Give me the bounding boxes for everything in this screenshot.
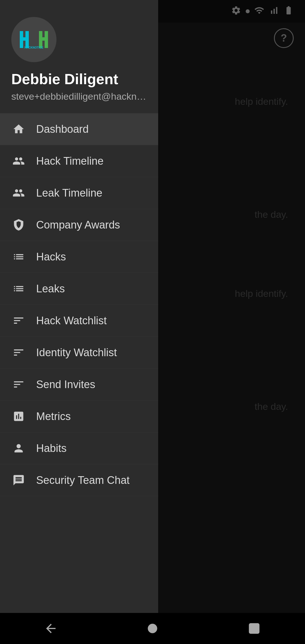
nav-icon-dashboard: [11, 122, 26, 136]
nav-icon-security-team-chat: [11, 473, 26, 488]
svg-text:HACKNOTICE: HACKNOTICE: [25, 46, 43, 49]
nav-label-security-team-chat: Security Team Chat: [36, 474, 130, 486]
nav-item-hacks[interactable]: Hacks: [0, 241, 158, 273]
home-button[interactable]: [141, 617, 164, 640]
nav-item-leaks[interactable]: Leaks: [0, 273, 158, 305]
bottom-navigation: [0, 613, 305, 644]
nav-label-company-awards: Company Awards: [36, 219, 120, 231]
nav-label-send-invites: Send Invites: [36, 378, 95, 391]
nav-icon-hack-watchlist: [11, 313, 26, 328]
navigation-drawer: HACKNOTICE Debbie Diligent steve+debbied…: [0, 0, 158, 644]
nav-item-identity-watchlist[interactable]: Identity Watchlist: [0, 337, 158, 369]
nav-label-hacks: Hacks: [36, 251, 66, 263]
nav-item-habits[interactable]: Habits: [0, 432, 158, 464]
nav-icon-metrics: [11, 409, 26, 424]
nav-icon-habits: [11, 441, 26, 456]
nav-label-hack-watchlist: Hack Watchlist: [36, 315, 107, 327]
nav-item-company-awards[interactable]: Company Awards: [0, 209, 158, 241]
svg-rect-8: [249, 624, 259, 633]
svg-point-7: [148, 624, 157, 633]
nav-icon-hack-timeline: [11, 154, 26, 168]
drawer-nav: DashboardHack TimelineLeak TimelineCompa…: [0, 113, 158, 644]
nav-icon-send-invites: [11, 377, 26, 392]
user-email: steve+debbiedilligent@hackn…: [11, 91, 146, 102]
nav-item-dashboard[interactable]: Dashboard: [0, 113, 158, 145]
nav-item-leak-timeline[interactable]: Leak Timeline: [0, 177, 158, 209]
nav-icon-hacks: [11, 249, 26, 264]
nav-item-send-invites[interactable]: Send Invites: [0, 369, 158, 401]
nav-label-dashboard: Dashboard: [36, 123, 89, 135]
nav-label-leaks: Leaks: [36, 283, 65, 295]
hacknotice-logo-svg: HACKNOTICE: [17, 28, 51, 51]
nav-item-metrics[interactable]: Metrics: [0, 401, 158, 432]
nav-icon-leak-timeline: [11, 186, 26, 200]
nav-item-hack-timeline[interactable]: Hack Timeline: [0, 145, 158, 177]
recents-button[interactable]: [243, 617, 265, 640]
nav-label-leak-timeline: Leak Timeline: [36, 187, 102, 199]
app-logo: HACKNOTICE: [11, 17, 56, 62]
drawer-header: HACKNOTICE Debbie Diligent steve+debbied…: [0, 0, 158, 113]
svg-rect-2: [25, 31, 29, 48]
svg-rect-5: [45, 31, 48, 48]
nav-icon-identity-watchlist: [11, 345, 26, 360]
back-button[interactable]: [40, 617, 62, 640]
nav-label-metrics: Metrics: [36, 410, 71, 423]
nav-label-identity-watchlist: Identity Watchlist: [36, 347, 117, 359]
nav-item-security-team-chat[interactable]: Security Team Chat: [0, 464, 158, 496]
nav-item-hack-watchlist[interactable]: Hack Watchlist: [0, 305, 158, 337]
user-name: Debbie Diligent: [11, 71, 118, 88]
nav-label-hack-timeline: Hack Timeline: [36, 155, 104, 167]
nav-icon-company-awards: [11, 217, 26, 232]
nav-icon-leaks: [11, 281, 26, 296]
nav-label-habits: Habits: [36, 442, 67, 454]
